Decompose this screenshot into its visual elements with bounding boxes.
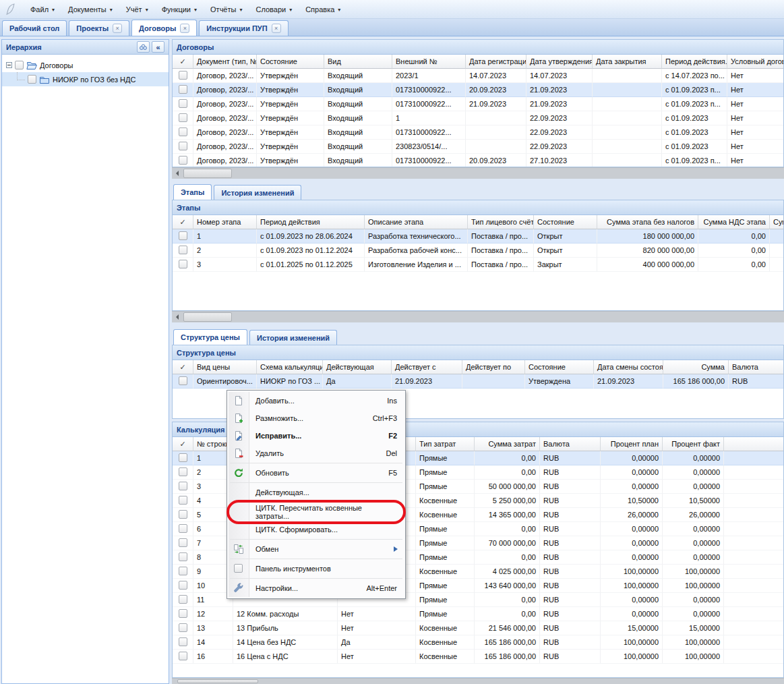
row-checkbox[interactable] xyxy=(179,524,187,533)
column-header[interactable]: Период действия xyxy=(257,215,365,229)
row-checkbox[interactable] xyxy=(179,467,187,476)
column-header[interactable]: Сумма xyxy=(663,360,729,374)
collapse-panel-button[interactable]: « xyxy=(152,41,164,53)
table-row[interactable]: 1212 Комм. расходыНетПрямые0,00RUB0,0000… xyxy=(173,607,784,621)
menu-help[interactable]: Справка xyxy=(299,3,347,16)
column-header[interactable]: Состояние xyxy=(257,55,324,69)
table-row[interactable]: Ориентировоч...НИОКР по ГОЗ ...Да21.09.2… xyxy=(173,374,784,389)
select-all-header[interactable]: ✓ xyxy=(173,55,193,69)
row-checkbox[interactable] xyxy=(179,99,187,108)
table-row[interactable]: Договор, 2023/...УтверждёнВходящий230823… xyxy=(173,140,784,154)
row-checkbox[interactable] xyxy=(179,453,187,462)
row-checkbox[interactable] xyxy=(179,376,187,385)
row-checkbox[interactable] xyxy=(179,567,187,575)
row-checkbox[interactable] xyxy=(179,246,187,254)
tab-struktura-tseny[interactable]: Структура цены xyxy=(173,329,247,345)
column-header[interactable]: Дата закрытия xyxy=(593,55,662,69)
tab-etapy[interactable]: Этапы xyxy=(173,184,212,200)
row-checkbox[interactable] xyxy=(179,581,187,590)
scroll-thumb[interactable] xyxy=(183,169,232,178)
menu-item[interactable]: Добавить...Ins xyxy=(227,392,405,409)
scroll-thumb[interactable] xyxy=(177,679,258,683)
table-row[interactable]: Договор, 2023/...УтверждёнВходящий017310… xyxy=(173,97,784,111)
column-header[interactable]: Дата смены состоя xyxy=(594,360,663,374)
select-all-header[interactable]: ✓ xyxy=(173,437,193,451)
row-checkbox[interactable] xyxy=(179,538,187,547)
table-row[interactable]: 1414 Цена без НДСДаКосвенные165 186 000,… xyxy=(173,635,784,650)
tree-item-niokr[interactable]: НИОКР по ГОЗ без НДС xyxy=(2,72,169,86)
column-header[interactable]: Процент факт xyxy=(663,437,724,451)
column-header[interactable]: Условный догов xyxy=(727,55,784,69)
contracts-hscrollbar[interactable] xyxy=(172,167,784,179)
column-header[interactable]: Валюта xyxy=(729,360,784,374)
tree-item-dogovory[interactable]: Договоры xyxy=(2,58,169,72)
tree-expander-icon[interactable] xyxy=(6,62,12,68)
row-checkbox[interactable] xyxy=(179,71,187,80)
menu-item[interactable]: Действующая... xyxy=(227,484,405,501)
row-checkbox[interactable] xyxy=(179,637,187,646)
table-row[interactable]: 2с 01.09.2023 по 01.12.2024Разработка ра… xyxy=(173,244,784,258)
table-row[interactable]: Договор, 2023/...УтверждёнВходящий017310… xyxy=(173,154,784,167)
menu-documents[interactable]: Документы xyxy=(61,3,119,16)
tab-price-history[interactable]: История изменений xyxy=(249,330,337,345)
row-checkbox[interactable] xyxy=(179,482,187,490)
row-checkbox[interactable] xyxy=(179,595,187,604)
menu-item[interactable]: Панель инструментов xyxy=(227,560,405,577)
row-checkbox[interactable] xyxy=(179,623,187,632)
column-header[interactable]: Вид цены xyxy=(193,360,257,374)
column-header[interactable]: Состояние xyxy=(525,360,594,374)
table-row[interactable]: Договор, 2023/...УтверждёнВходящий2023/1… xyxy=(173,69,784,83)
row-checkbox[interactable] xyxy=(179,85,187,94)
row-checkbox[interactable] xyxy=(179,496,187,505)
scroll-left-icon[interactable] xyxy=(172,312,183,322)
menu-accounting[interactable]: Учёт xyxy=(119,3,155,16)
select-all-header[interactable]: ✓ xyxy=(173,215,193,229)
table-row[interactable]: Договор, 2023/...УтверждёнВходящий017310… xyxy=(173,83,784,97)
tab-instruktsii-pup[interactable]: Инструкции ПУП xyxy=(199,20,288,36)
bottom-hscrollbar[interactable] xyxy=(172,678,784,684)
column-header[interactable]: Тип затрат xyxy=(416,437,475,451)
column-header[interactable]: Сумма НДС этапа xyxy=(698,215,770,229)
menu-item[interactable]: Размножить...Ctrl+F3 xyxy=(227,409,405,427)
menu-item[interactable]: ЦИТК. Пересчитать косвенные затраты... xyxy=(227,503,405,521)
column-header[interactable]: Сум xyxy=(770,215,784,229)
column-header[interactable]: Действует с xyxy=(392,360,462,374)
column-header[interactable]: Процент план xyxy=(601,437,663,451)
tree-checkbox[interactable] xyxy=(15,61,24,69)
column-header[interactable]: Состояние xyxy=(534,215,597,229)
menu-dictionaries[interactable]: Словари xyxy=(249,3,299,16)
table-row[interactable]: Договор, 2023/...УтверждёнВходящий017310… xyxy=(173,125,784,140)
column-header[interactable]: Документ (тип, № xyxy=(193,55,257,69)
column-header[interactable]: Сумма затрат xyxy=(475,437,540,451)
table-row[interactable]: 3с 01.01.2025 по 01.12.2025Изготовление … xyxy=(173,258,784,272)
table-row[interactable]: Договор, 2023/...УтверждёнВходящий122.09… xyxy=(173,111,784,125)
column-header[interactable]: Действует по xyxy=(462,360,525,374)
tab-proekty[interactable]: Проекты xyxy=(69,20,129,36)
tab-stages-history[interactable]: История изменений xyxy=(214,185,301,200)
menu-item[interactable]: Настройки...Alt+Enter xyxy=(227,579,405,597)
column-header[interactable]: Период действия.. xyxy=(662,55,727,69)
row-checkbox[interactable] xyxy=(179,127,187,136)
column-header[interactable]: Действующая xyxy=(323,360,392,374)
table-row[interactable]: 1616 Цена с НДСНетКосвенные165 186 000,0… xyxy=(173,650,784,664)
menu-item[interactable]: ОбновитьF5 xyxy=(227,464,405,482)
stages-hscrollbar[interactable] xyxy=(172,311,784,322)
column-header[interactable] xyxy=(724,437,784,451)
row-checkbox[interactable] xyxy=(179,142,187,150)
tab-dogovory[interactable]: Договоры xyxy=(131,20,197,36)
row-checkbox[interactable] xyxy=(179,260,187,268)
table-row[interactable]: 1с 01.09.2023 по 28.06.2024Разработка те… xyxy=(173,229,784,244)
column-header[interactable]: Дата утверждения xyxy=(526,55,593,69)
tab-close-icon[interactable] xyxy=(180,24,189,33)
scroll-left-icon[interactable] xyxy=(172,168,183,179)
column-header[interactable]: Внешний № xyxy=(392,55,466,69)
menu-item[interactable]: УдалитьDel xyxy=(227,445,405,462)
column-header[interactable]: Номер этапа xyxy=(193,215,257,229)
menu-functions[interactable]: Функции xyxy=(155,3,204,16)
table-row[interactable]: 1313 ПрибыльНетКосвенные21 546 000,00RUB… xyxy=(173,621,784,635)
column-header[interactable]: Валюта xyxy=(540,437,601,451)
tab-close-icon[interactable] xyxy=(113,24,122,33)
row-checkbox[interactable] xyxy=(179,609,187,618)
column-header[interactable]: Описание этапа xyxy=(365,215,468,229)
select-all-header[interactable]: ✓ xyxy=(173,360,193,374)
